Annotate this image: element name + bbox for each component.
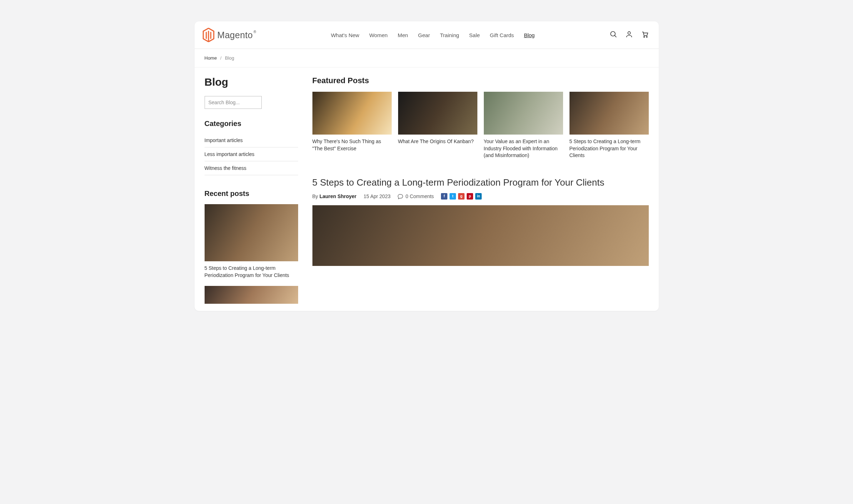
featured-posts-row: Why There's No Such Thing as "The Best" … <box>312 92 649 159</box>
facebook-icon[interactable]: f <box>441 193 447 200</box>
article-title: 5 Steps to Creating a Long-term Periodiz… <box>312 177 649 188</box>
featured-post-image <box>398 92 477 135</box>
magento-logo-icon <box>202 28 215 42</box>
svg-point-2 <box>628 32 630 34</box>
header-actions <box>609 30 649 40</box>
social-share: f t g p in <box>441 193 482 200</box>
logo[interactable]: Magento® <box>202 28 256 42</box>
app-window: Magento® What's New Women Men Gear Train… <box>195 21 659 311</box>
category-item[interactable]: Less important articles <box>205 147 298 161</box>
nav-women[interactable]: Women <box>369 32 387 38</box>
search-input[interactable] <box>205 96 262 109</box>
comment-icon <box>398 193 403 199</box>
recent-post-title: 5 Steps to Creating a Long-term Periodiz… <box>205 265 298 279</box>
categories-list: Important articles Less important articl… <box>205 133 298 175</box>
googleplus-icon[interactable]: g <box>458 193 465 200</box>
breadcrumb-home[interactable]: Home <box>205 55 217 61</box>
pinterest-icon[interactable]: p <box>467 193 473 200</box>
featured-posts-heading: Featured Posts <box>312 76 649 85</box>
featured-post-title: Why There's No Such Thing as "The Best" … <box>312 138 392 152</box>
brand-name: Magento® <box>217 30 256 40</box>
recent-post-image <box>205 204 298 261</box>
header: Magento® What's New Women Men Gear Train… <box>195 21 659 49</box>
content-area: Blog Categories Important articles Less … <box>195 67 659 311</box>
featured-post-item[interactable]: Why There's No Such Thing as "The Best" … <box>312 92 392 159</box>
account-icon[interactable] <box>625 30 633 40</box>
categories-heading: Categories <box>205 120 298 128</box>
featured-post-item[interactable]: Your Value as an Expert in an Industry F… <box>484 92 563 159</box>
twitter-icon[interactable]: t <box>450 193 456 200</box>
featured-post-image <box>569 92 649 135</box>
article-hero-image <box>312 205 649 266</box>
svg-point-3 <box>643 36 644 37</box>
featured-post-title: What Are The Origins Of Kanban? <box>398 138 477 145</box>
breadcrumb: Home / Blog <box>195 49 659 67</box>
category-item[interactable]: Witness the fitness <box>205 161 298 175</box>
nav-gear[interactable]: Gear <box>418 32 430 38</box>
cart-icon[interactable] <box>641 30 649 40</box>
featured-post-item[interactable]: 5 Steps to Creating a Long-term Periodiz… <box>569 92 649 159</box>
svg-line-1 <box>614 35 616 37</box>
page-title: Blog <box>205 76 298 88</box>
recent-post-item[interactable] <box>205 286 298 304</box>
featured-post-image <box>312 92 392 135</box>
search-icon[interactable] <box>609 30 617 40</box>
recent-posts-heading: Recent posts <box>205 190 298 198</box>
nav-blog[interactable]: Blog <box>524 32 535 38</box>
nav-training[interactable]: Training <box>440 32 459 38</box>
recent-post-item[interactable]: 5 Steps to Creating a Long-term Periodiz… <box>205 204 298 279</box>
breadcrumb-separator: / <box>220 55 222 61</box>
svg-point-4 <box>646 36 647 37</box>
article-date: 15 Apr 2023 <box>363 193 391 199</box>
featured-post-title: 5 Steps to Creating a Long-term Periodiz… <box>569 138 649 159</box>
breadcrumb-current: Blog <box>225 55 234 61</box>
article-meta: By Lauren Shroyer 15 Apr 2023 0 Comments… <box>312 193 649 200</box>
recent-post-image <box>205 286 298 304</box>
linkedin-icon[interactable]: in <box>475 193 482 200</box>
svg-point-0 <box>611 31 615 36</box>
main-nav: What's New Women Men Gear Training Sale … <box>331 32 535 38</box>
nav-men[interactable]: Men <box>398 32 408 38</box>
nav-gift-cards[interactable]: Gift Cards <box>490 32 514 38</box>
main-column: Featured Posts Why There's No Such Thing… <box>312 76 659 311</box>
sidebar: Blog Categories Important articles Less … <box>195 76 298 311</box>
featured-post-image <box>484 92 563 135</box>
nav-whats-new[interactable]: What's New <box>331 32 360 38</box>
article-comments[interactable]: 0 Comments <box>398 193 434 199</box>
article-author: By Lauren Shroyer <box>312 193 357 199</box>
featured-post-title: Your Value as an Expert in an Industry F… <box>484 138 563 159</box>
featured-post-item[interactable]: What Are The Origins Of Kanban? <box>398 92 477 159</box>
category-item[interactable]: Important articles <box>205 133 298 147</box>
nav-sale[interactable]: Sale <box>469 32 480 38</box>
